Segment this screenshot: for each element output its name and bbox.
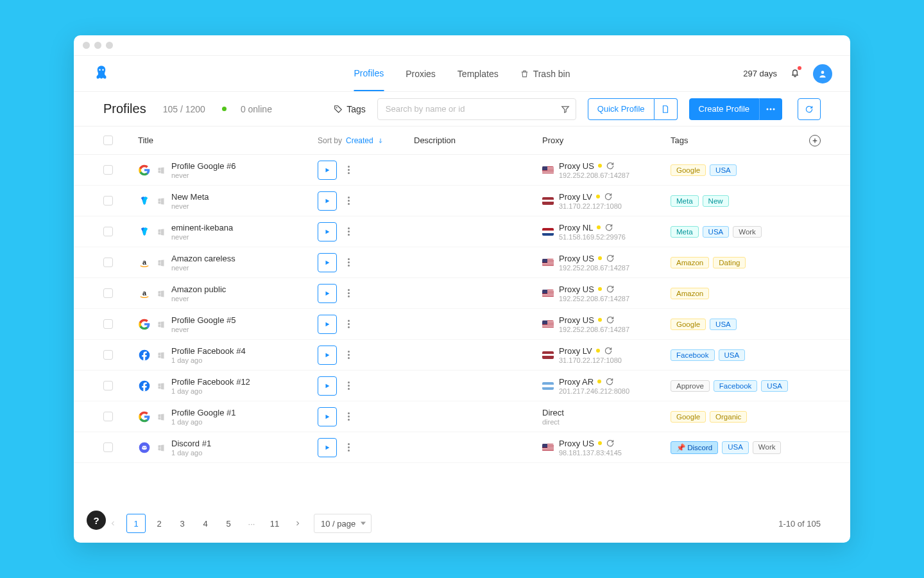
tag-chip[interactable]: Meta <box>671 195 699 207</box>
row-checkbox[interactable] <box>103 258 113 267</box>
row-checkbox[interactable] <box>103 350 113 360</box>
tag-chip[interactable]: Amazon <box>671 288 709 299</box>
search-input[interactable] <box>377 98 576 120</box>
tag-chip[interactable]: USA <box>722 441 749 454</box>
create-profile-more-button[interactable] <box>759 98 782 120</box>
tag-chip[interactable]: Facebook <box>714 380 758 392</box>
proxy-check-icon[interactable] <box>606 254 615 263</box>
start-profile-button[interactable] <box>318 284 337 303</box>
per-page-select[interactable]: 10 / page <box>314 514 372 533</box>
start-profile-button[interactable] <box>318 438 337 457</box>
traffic-light-max[interactable] <box>106 42 113 49</box>
tag-chip[interactable]: Organic <box>710 411 747 423</box>
row-checkbox[interactable] <box>103 165 113 175</box>
start-profile-button[interactable] <box>318 222 337 241</box>
tag-chip[interactable]: Meta <box>671 226 699 238</box>
col-title[interactable]: Title <box>138 136 318 145</box>
proxy-name[interactable]: Direct <box>542 408 564 417</box>
row-menu-button[interactable] <box>343 350 354 360</box>
create-profile-button[interactable]: Create Profile <box>689 98 759 120</box>
pager-next[interactable] <box>288 514 307 533</box>
profile-title[interactable]: New Meta <box>171 192 209 202</box>
row-menu-button[interactable] <box>343 196 354 206</box>
profile-title[interactable]: Discord #1 <box>171 439 211 448</box>
start-profile-button[interactable] <box>318 346 337 365</box>
tag-chip[interactable]: Google <box>671 319 706 330</box>
select-all-checkbox[interactable] <box>103 136 113 145</box>
row-menu-button[interactable] <box>343 165 354 175</box>
proxy-check-icon[interactable] <box>606 439 615 448</box>
row-menu-button[interactable] <box>343 381 354 391</box>
nav-tab-templates[interactable]: Templates <box>458 57 499 91</box>
row-menu-button[interactable] <box>343 288 354 299</box>
proxy-name[interactable]: Proxy US <box>559 285 629 294</box>
proxy-name[interactable]: Proxy US <box>559 254 629 263</box>
tag-chip[interactable]: USA <box>710 164 737 176</box>
notifications-button[interactable] <box>790 67 800 80</box>
pager-page-2[interactable]: 2 <box>150 514 169 533</box>
profile-title[interactable]: Amazon careless <box>171 254 235 263</box>
add-column-button[interactable] <box>809 135 821 146</box>
start-profile-button[interactable] <box>318 407 337 426</box>
tag-chip[interactable]: Amazon <box>671 257 709 268</box>
tag-chip[interactable]: USA <box>703 226 730 238</box>
tag-chip[interactable]: Google <box>671 164 706 176</box>
row-checkbox[interactable] <box>103 196 113 206</box>
quick-profile-button[interactable]: Quick Profile <box>588 98 654 120</box>
traffic-light-close[interactable] <box>83 42 90 49</box>
proxy-name[interactable]: Proxy AR <box>559 377 629 387</box>
row-menu-button[interactable] <box>343 442 354 453</box>
profile-title[interactable]: eminent-ikebana <box>171 223 233 232</box>
col-proxy[interactable]: Proxy <box>542 136 671 145</box>
start-profile-button[interactable] <box>318 161 337 180</box>
pager-page-1[interactable]: 1 <box>126 514 146 533</box>
tag-chip[interactable]: Work <box>733 226 762 238</box>
profile-title[interactable]: Profile Google #1 <box>171 408 235 417</box>
tag-chip[interactable]: USA <box>719 349 746 361</box>
tag-chip[interactable]: Work <box>753 441 782 454</box>
proxy-name[interactable]: Proxy US <box>559 161 629 171</box>
tags-filter-button[interactable]: Tags <box>334 104 366 114</box>
nav-tab-trash-bin[interactable]: Trash bin <box>520 57 570 91</box>
nav-tab-profiles[interactable]: Profiles <box>354 57 384 91</box>
row-checkbox[interactable] <box>103 319 113 329</box>
nav-tab-proxies[interactable]: Proxies <box>406 57 436 91</box>
traffic-light-min[interactable] <box>94 42 101 49</box>
proxy-check-icon[interactable] <box>604 346 613 355</box>
pager-page-3[interactable]: 3 <box>173 514 192 533</box>
tag-chip[interactable]: Dating <box>713 257 746 268</box>
proxy-check-icon[interactable] <box>606 161 615 170</box>
pager-page-4[interactable]: 4 <box>196 514 215 533</box>
profile-title[interactable]: Profile Google #6 <box>171 161 235 171</box>
row-menu-button[interactable] <box>343 258 354 268</box>
proxy-name[interactable]: Proxy LV <box>559 192 622 202</box>
row-checkbox[interactable] <box>103 288 113 298</box>
start-profile-button[interactable] <box>318 253 337 272</box>
profile-title[interactable]: Amazon public <box>171 285 226 294</box>
proxy-name[interactable]: Proxy US <box>559 315 629 325</box>
tag-chip[interactable]: New <box>703 195 729 207</box>
quick-profile-template-button[interactable] <box>654 98 678 120</box>
tag-chip[interactable]: USA <box>710 319 737 330</box>
profile-title[interactable]: Profile Facebook #12 <box>171 377 250 387</box>
row-checkbox[interactable] <box>103 412 113 421</box>
start-profile-button[interactable] <box>318 191 337 211</box>
tag-chip[interactable]: Facebook <box>671 349 715 361</box>
proxy-check-icon[interactable] <box>605 377 614 386</box>
pager-page-11[interactable]: 11 <box>265 514 284 533</box>
proxy-check-icon[interactable] <box>604 223 613 232</box>
pager-page-5[interactable]: 5 <box>219 514 238 533</box>
col-description[interactable]: Description <box>414 136 542 145</box>
col-sort[interactable]: Sort by Created <box>318 136 414 145</box>
proxy-check-icon[interactable] <box>604 192 613 201</box>
row-checkbox[interactable] <box>103 381 113 390</box>
tag-chip[interactable]: Approve <box>671 380 710 392</box>
tag-chip[interactable]: 📌 Discord <box>671 441 718 454</box>
tag-chip[interactable]: Google <box>671 411 706 423</box>
start-profile-button[interactable] <box>318 376 337 396</box>
profile-title[interactable]: Profile Facebook #4 <box>171 346 246 356</box>
help-button[interactable]: ? <box>87 511 106 530</box>
proxy-name[interactable]: Proxy LV <box>559 346 622 356</box>
start-profile-button[interactable] <box>318 315 337 334</box>
proxy-check-icon[interactable] <box>606 285 615 293</box>
